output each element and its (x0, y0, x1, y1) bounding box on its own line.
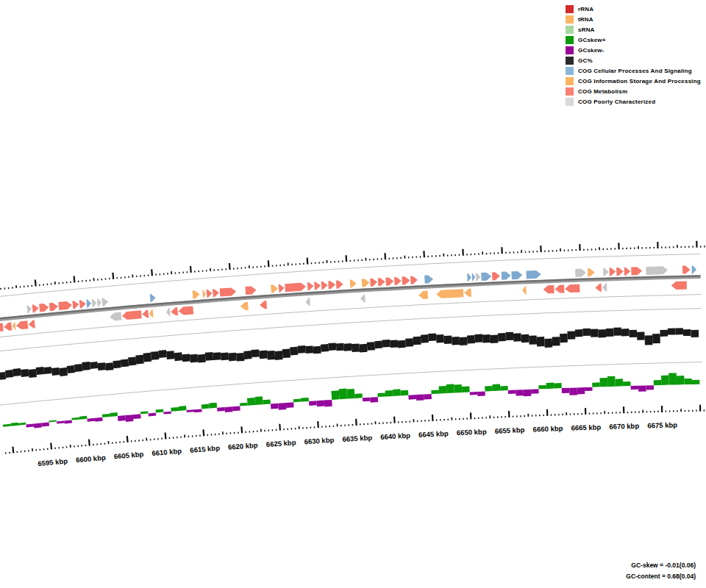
gcskew-minus-swatch-icon (566, 46, 574, 54)
gene-arrow (360, 294, 366, 302)
gene-arrow (314, 282, 321, 290)
gene-arrow (378, 278, 385, 286)
gene-arrow (602, 284, 607, 292)
gene-arrow (245, 286, 256, 295)
gene-arrow (362, 279, 370, 287)
legend-item-label: COG Metabolism (578, 88, 627, 95)
gene-arrow (543, 285, 555, 293)
legend-item-trna: tRNA (566, 15, 701, 24)
gene-arrow (101, 298, 108, 306)
gene-arrow (321, 282, 328, 290)
gene-arrow (511, 271, 522, 279)
cog-poorly-swatch-icon (566, 98, 574, 106)
ruler-label: 6605 kbp (113, 450, 144, 461)
gene-arrow (464, 289, 471, 297)
gene-arrow (92, 299, 97, 307)
cog-information-swatch-icon (566, 77, 574, 85)
legend-item-srna: sRNA (566, 26, 701, 34)
gene-arrow (671, 282, 687, 290)
gene-arrow (467, 273, 471, 282)
gene-arrow (350, 279, 357, 287)
gene-arrow (424, 276, 433, 284)
trna-swatch-icon (566, 15, 574, 24)
legend-item-label: sRNA (578, 26, 595, 33)
gcskew-plus-swatch-icon (566, 36, 574, 44)
gene-arrow (202, 290, 206, 298)
ruler-label: 6620 kbp (228, 441, 259, 451)
gene-arrow (110, 312, 121, 321)
gene-arrow (122, 310, 142, 320)
gene-arrow (472, 273, 475, 282)
gene-arrow (58, 301, 71, 310)
gene-arrow (260, 301, 267, 309)
srna-swatch-icon (566, 26, 574, 34)
gene-arrow (595, 284, 602, 292)
ruler-label: 6640 kbp (380, 431, 410, 441)
ruler-label: 6615 kbp (190, 444, 221, 454)
genome-viewer: 6595 kbp6600 kbp6605 kbp6610 kbp6615 kbp… (0, 0, 706, 588)
gene-arrow (402, 276, 410, 284)
gene-arrow (616, 268, 624, 276)
gc-skew-plot (3, 373, 700, 428)
legend-item-cog-cellular: COG Cellular Processes And Signaling (566, 67, 701, 75)
gene-arrow (527, 270, 541, 279)
gene-arrow (150, 294, 156, 302)
ruler-label: 6650 kbp (457, 427, 487, 437)
gene-arrow (79, 300, 86, 308)
gene-arrow (502, 272, 511, 280)
gene-arrow (142, 309, 149, 318)
gene-arrow (49, 303, 58, 311)
legend-item-label: tRNA (578, 16, 593, 23)
gene-arrow (603, 268, 609, 276)
legend-item-label: COG Poorly Characterized (578, 98, 655, 105)
gene-arrow (555, 284, 565, 293)
gene-arrow (16, 320, 28, 329)
gene-arrow (29, 320, 35, 328)
legend-item-gcskew-minus: GCskew- (566, 46, 701, 54)
gene-arrow (285, 283, 306, 292)
legend-item-gcskew-plus: GCskew+ (566, 36, 701, 44)
gene-arrow (328, 281, 335, 289)
ruler-label: 6600 kbp (76, 453, 107, 465)
gene-arrow (207, 290, 213, 298)
gene-arrow (565, 284, 580, 293)
ruler-label: 6610 kbp (151, 447, 182, 457)
gene-arrow (385, 278, 393, 286)
gene-arrow (39, 304, 49, 312)
gene-arrow (646, 266, 668, 275)
gene-arrow (149, 309, 154, 318)
gene-arrow (692, 265, 697, 273)
legend: rRNA tRNA sRNA GCskew+ GCskew- GC% COG C… (566, 5, 701, 108)
ruler-label: 6665 kbp (571, 423, 601, 431)
gene-arrow (394, 277, 402, 285)
ruler-labels: 6595 kbp6600 kbp6605 kbp6610 kbp6615 kbp… (38, 420, 677, 467)
ruler-label: 6595 kbp (38, 456, 68, 467)
legend-item-label: GCskew+ (578, 37, 606, 43)
gene-arrow (481, 273, 491, 281)
gene-arrow (220, 287, 237, 296)
gene-arrow (631, 267, 642, 275)
ruler-label: 6645 kbp (418, 429, 449, 439)
gene-arrow (26, 305, 32, 313)
legend-item-label: COG Information Storage And Processing (578, 78, 701, 85)
gc-percent-swatch-icon (566, 57, 574, 65)
gc-content-stat: GC-content = 0.68(0.04) (626, 571, 696, 582)
legend-item-gc-percent: GC% (566, 57, 701, 65)
ruler-label: 6630 kbp (304, 436, 334, 446)
legend-item-cog-metabolism: COG Metabolism (566, 87, 701, 96)
gene-arrow (166, 308, 171, 316)
ruler-label: 6675 kbp (647, 420, 677, 429)
gene-arrow (410, 276, 418, 284)
gene-arrow (179, 306, 193, 315)
gene-arrow (193, 290, 200, 298)
legend-item-rrna: rRNA (566, 5, 701, 13)
cog-cellular-swatch-icon (566, 67, 574, 75)
gc-skew-stat: GC-skew = -0.01(0.06) (626, 560, 696, 571)
ruler-label: 6635 kbp (342, 434, 372, 443)
gene-arrow (13, 322, 16, 330)
gene-arrow (279, 284, 285, 293)
legend-item-label: COG Cellular Processes And Signaling (578, 68, 692, 74)
gene-arrow (624, 268, 631, 276)
legend-item-label: GCskew- (578, 47, 605, 54)
gene-arrow (305, 298, 310, 306)
